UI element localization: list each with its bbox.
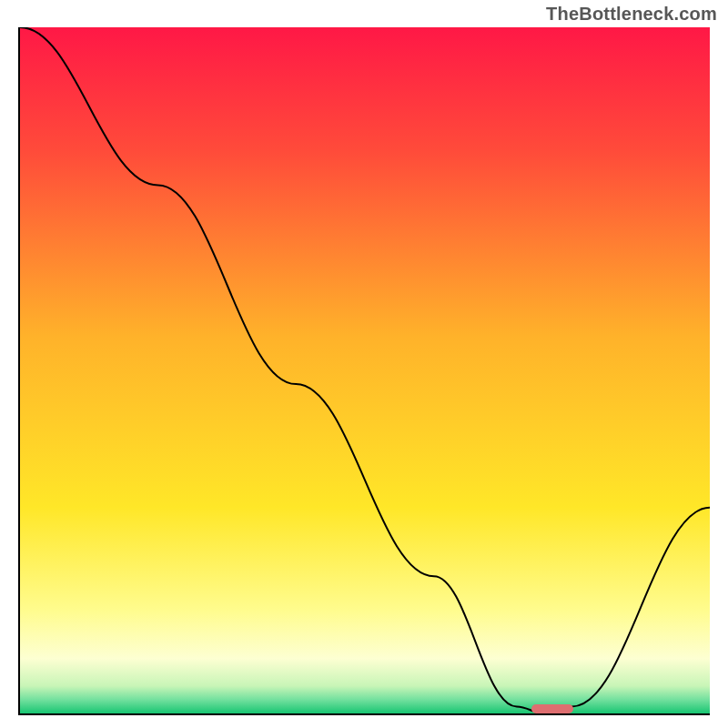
plot-area — [18, 27, 710, 715]
watermark: TheBottleneck.com — [546, 4, 717, 25]
optimal-marker — [531, 704, 573, 713]
bottleneck-curve — [20, 27, 710, 713]
